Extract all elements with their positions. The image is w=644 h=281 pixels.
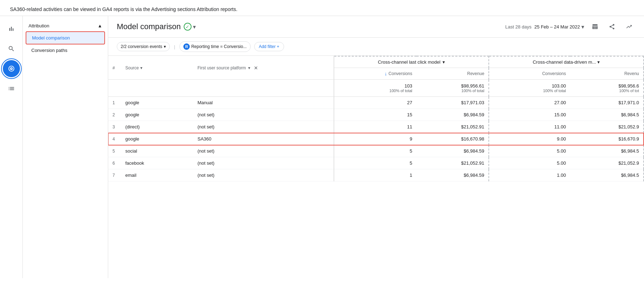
date-range-selector[interactable]: Last 28 days 25 Feb – 24 Mar 2022 ▾ — [505, 23, 584, 30]
banner: SA360-related activities can be viewed i… — [0, 0, 644, 16]
th-conv2[interactable]: Conversions — [489, 68, 570, 80]
th-model2-group[interactable]: Cross-channel data-driven m... ▾ — [489, 56, 644, 68]
th-rev1[interactable]: Revenue — [417, 68, 489, 80]
header-right: Last 28 days 25 Feb – 24 Mar 2022 ▾ — [505, 20, 635, 33]
table-row: 1googleManual27$17,971.0327.00$17,971.0 — [108, 97, 644, 109]
close-filter-icon[interactable]: ✕ — [254, 65, 258, 71]
svg-point-2 — [11, 68, 12, 69]
th-conv1[interactable]: ↓ Conversions — [334, 68, 417, 80]
table-row: 6facebook(not set)5$21,052.915.00$21,052… — [108, 157, 644, 169]
table-row: 3(direct)(not set)11$21,052.9111.00$21,0… — [108, 121, 644, 133]
r-badge: R — [183, 43, 190, 50]
attribution-section-header[interactable]: Attribution ▲ — [23, 20, 108, 31]
table-row: 5social(not set)5$6,984.595.00$6,984.5 — [108, 145, 644, 157]
title-status: ✓ ▾ — [184, 23, 196, 31]
model-comparison-table: # Source ▾ First user source platform ▾ — [108, 56, 644, 181]
trending-icon-button[interactable] — [623, 20, 635, 33]
bar-chart-icon[interactable] — [3, 20, 20, 37]
conversion-events-filter[interactable]: 2/2 conversion events ▾ — [117, 42, 170, 51]
th-rev2[interactable]: Revenu — [570, 68, 644, 80]
sidebar-item-model-comparison[interactable]: Model comparison — [26, 31, 105, 44]
title-dropdown-arrow[interactable]: ▾ — [193, 23, 196, 30]
filter-bar: 2/2 conversion events ▾ | R Reporting ti… — [108, 38, 644, 56]
sidebar-item-conversion-paths[interactable]: Conversion paths — [23, 44, 105, 56]
add-filter-button[interactable]: Add filter + — [254, 42, 284, 51]
table-row: 7email(not set)1$6,984.591.00$6,984.5 — [108, 169, 644, 181]
attribution-icon[interactable] — [3, 60, 20, 77]
magnify-icon[interactable] — [3, 40, 20, 57]
totals-row: 103 100% of total $98,956.61 100% of tot… — [108, 80, 644, 97]
table-row: 4googleSA3609$16,670.989.00$16,670.9 — [108, 133, 644, 145]
th-model1-group[interactable]: Cross-channel last click model ▾ — [334, 56, 489, 68]
reporting-time-filter[interactable]: R Reporting time = Conversio... — [179, 41, 251, 52]
svg-point-1 — [10, 67, 12, 70]
page-title: Model comparison — [117, 22, 181, 31]
share-icon-button[interactable] — [606, 20, 618, 33]
icon-rail — [0, 16, 23, 278]
table-icon-button[interactable] — [588, 20, 601, 33]
nav-sidebar: Attribution ▲ Model comparison Conversio… — [23, 16, 108, 278]
title-area: Model comparison ✓ ▾ — [117, 22, 196, 31]
th-first-user-source[interactable]: First user source platform ▾ ✕ — [193, 56, 334, 80]
th-source[interactable]: Source ▾ — [121, 56, 193, 80]
th-row-num: # — [108, 56, 121, 80]
table-row: 2google(not set)15$6,984.5915.00$6,984.5 — [108, 109, 644, 121]
data-table-wrapper: # Source ▾ First user source platform ▾ — [108, 56, 644, 278]
main-header: Model comparison ✓ ▾ Last 28 days 25 Feb… — [108, 16, 644, 38]
main-content: Model comparison ✓ ▾ Last 28 days 25 Feb… — [108, 16, 644, 278]
svg-point-0 — [9, 66, 14, 71]
list-icon[interactable] — [3, 80, 20, 97]
status-check-icon: ✓ — [184, 23, 192, 31]
